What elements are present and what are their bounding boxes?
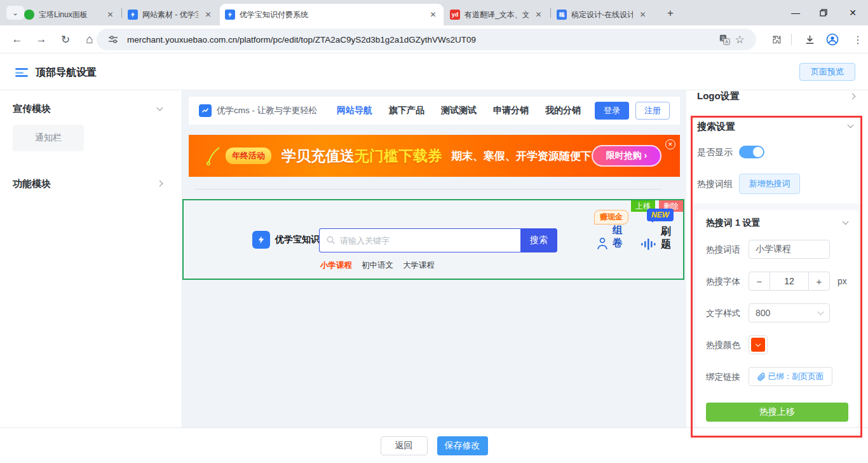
banner-tag: 年终活动 (226, 148, 271, 164)
hot-word-input[interactable] (749, 240, 830, 259)
home-button[interactable]: ⌂ (81, 32, 98, 47)
url-text[interactable]: merchant.youxuebao.com.cn/platform/pc/ed… (127, 35, 717, 45)
window-restore-button[interactable] (811, 0, 836, 25)
nav-link-site[interactable]: 网站导航 (337, 105, 372, 116)
search-input[interactable] (319, 228, 520, 252)
translate-icon[interactable]: 文A (717, 32, 732, 47)
hot-word-1[interactable]: 小学课程 (320, 260, 352, 271)
hot-word-card-title[interactable]: 热搜词 1 设置 (706, 218, 761, 229)
youdao-favicon-icon: yd (450, 10, 460, 20)
site-preview-canvas: 优学cms - 让教与学更轻松 网站导航 旗下产品 测试测试 申请分销 我的分销… (182, 90, 686, 427)
profile-avatar-icon[interactable] (825, 32, 840, 47)
site-settings-icon[interactable] (105, 32, 121, 47)
settings-panel: Logo设置 搜索设置 是否显示 热搜词组 新增热搜词 热搜词 1 设置 热搜词… (686, 90, 868, 427)
sidebar-section-promo[interactable]: 宣传模块 (13, 103, 51, 115)
add-hot-word-button[interactable]: 新增热搜词 (739, 174, 800, 194)
save-changes-button[interactable]: 保存修改 (437, 436, 488, 455)
download-icon[interactable] (802, 32, 817, 47)
stepper-plus-button[interactable]: + (808, 272, 830, 291)
paperclip-icon (757, 373, 766, 381)
chevron-down-icon[interactable] (848, 122, 854, 128)
tab-title: 优学宝知识付费系统 (240, 10, 423, 20)
sidebar-item-notice-bar[interactable]: 通知栏 (13, 125, 84, 151)
browser-tab-baota[interactable]: 宝塔Linux面板 ✕ (19, 4, 121, 25)
window-close-button[interactable]: ✕ (840, 0, 865, 25)
nav-link-my[interactable]: 我的分销 (545, 105, 581, 116)
reload-icon: ↻ (61, 33, 70, 46)
section-label: 功能模块 (13, 178, 51, 189)
menu-dots-icon: ⋮ (853, 34, 863, 46)
stepper-value[interactable]: 12 (770, 272, 808, 291)
preview-nav-links: 网站导航 旗下产品 测试测试 申请分销 我的分销 (337, 105, 581, 116)
chevron-down-icon (818, 309, 824, 315)
window-minimize-button[interactable]: — (783, 0, 808, 25)
text-style-label: 文字样式 (706, 308, 740, 319)
reload-button[interactable]: ↻ (57, 32, 74, 47)
gaoding-favicon-icon: 稿 (557, 10, 567, 20)
promo-banner[interactable]: 年终活动 学贝充值送无门槛下载券 期末、寒假、开学资源随便下 限时抢购 › ✕ (189, 135, 680, 177)
search-button[interactable]: 搜索 (520, 228, 557, 252)
hot-word-2[interactable]: 初中语文 (362, 260, 393, 271)
star-glyph: ☆ (735, 33, 744, 46)
tab-close-icon[interactable]: ✕ (637, 10, 648, 20)
tab-close-icon[interactable]: ✕ (428, 10, 438, 20)
sidebar-section-function[interactable]: 功能模块 (13, 178, 51, 190)
tab-close-icon[interactable]: ✕ (533, 10, 544, 20)
forward-button[interactable]: → (33, 32, 50, 47)
banner-close-icon[interactable]: ✕ (665, 139, 675, 149)
banner-title: 学贝充值送无门槛下载券 (281, 146, 442, 166)
earn-cash-badge: 赚现金 (594, 210, 628, 225)
bound-link-button[interactable]: 已绑：副页页面 (749, 367, 832, 386)
nav-link-apply[interactable]: 申请分销 (493, 105, 529, 116)
browser-menu-button[interactable]: ⋮ (850, 32, 865, 47)
hot-word-3[interactable]: 大学课程 (403, 260, 435, 271)
login-button[interactable]: 登录 (595, 102, 629, 120)
back-icon: ← (12, 33, 23, 46)
page-preview-button[interactable]: 页面预览 (799, 63, 855, 81)
browser-tab-material[interactable]: 网站素材 - 优学宝知识付费系 ✕ (123, 4, 219, 25)
address-bar[interactable]: merchant.youxuebao.com.cn/platform/pc/ed… (97, 29, 756, 50)
logo-settings-section[interactable]: Logo设置 (697, 90, 740, 102)
browser-tab-youdao[interactable]: yd 有道翻译_文本、文档、网页 ✕ (445, 4, 549, 25)
scissors-doodle-icon (205, 146, 222, 165)
extensions-puzzle-icon[interactable] (769, 32, 784, 47)
browser-tab-gaoding[interactable]: 稿 稿定设计-在线设计平台_海报 ✕ (552, 4, 653, 25)
new-tab-button[interactable]: + (662, 5, 679, 22)
tab-title: 有道翻译_文本、文档、网页 (465, 10, 529, 20)
hot-word-move-up-button[interactable]: 热搜上移 (706, 403, 848, 422)
bookmark-star-icon[interactable]: ☆ (732, 32, 747, 47)
font-size-stepper: − 12 + (749, 272, 830, 291)
nav-link-products[interactable]: 旗下产品 (389, 105, 424, 116)
banner-title-white: 学贝充值送 (281, 148, 355, 164)
banner-cta-button[interactable]: 限时抢购 › (592, 145, 661, 167)
search-settings-section[interactable]: 搜索设置 (697, 121, 735, 133)
selected-search-module[interactable]: 上移 删除 优学宝知识付费系统 搜索 小学课程 初中语文 大学课程 赚现金 组卷… (182, 199, 684, 280)
font-size-label: 热搜字体 (706, 276, 740, 287)
word-label: 热搜词语 (706, 244, 740, 256)
show-toggle-switch[interactable] (739, 146, 764, 158)
stepper-minus-button[interactable]: − (749, 272, 770, 291)
preview-top-nav: 优学cms - 让教与学更轻松 网站导航 旗下产品 测试测试 申请分销 我的分销… (189, 97, 680, 125)
chevron-down-icon: ⌄ (12, 9, 18, 17)
nav-link-test[interactable]: 测试测试 (441, 105, 477, 116)
text-style-select[interactable]: 800 (749, 303, 830, 322)
svg-text:A: A (725, 39, 728, 44)
chevron-right-icon[interactable] (850, 93, 856, 100)
register-button[interactable]: 注册 (635, 102, 670, 120)
zujuan-link[interactable]: 组卷 (612, 224, 623, 249)
baota-favicon-icon (24, 10, 34, 20)
font-unit-label: px (837, 276, 847, 286)
plus-icon: + (667, 7, 674, 20)
back-button-footer[interactable]: 返回 (381, 436, 428, 455)
color-picker-swatch[interactable] (749, 335, 768, 354)
screen: ⌄ 宝塔Linux面板 ✕ 网站素材 - 优学宝知识付费系 ✕ 优学宝知识付费系… (0, 0, 868, 463)
chevron-down-icon (756, 341, 761, 346)
tab-close-icon[interactable]: ✕ (203, 10, 214, 20)
home-icon: ⌂ (86, 32, 93, 46)
shuati-link[interactable]: 刷题 (660, 225, 672, 251)
back-button[interactable]: ← (9, 32, 25, 47)
chevron-right-icon (157, 181, 163, 187)
banner-subtitle: 期末、寒假、开学资源随便下 (451, 149, 592, 163)
tab-close-icon[interactable]: ✕ (105, 10, 116, 20)
browser-tab-active[interactable]: 优学宝知识付费系统 ✕ (220, 4, 444, 25)
